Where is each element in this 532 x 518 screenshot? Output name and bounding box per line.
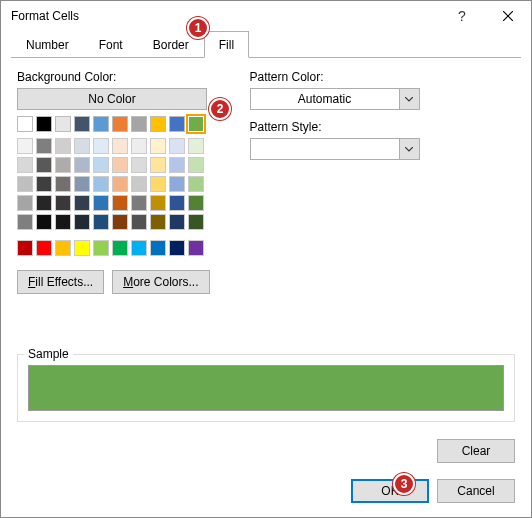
color-swatch[interactable] (188, 138, 204, 154)
chevron-down-icon[interactable] (399, 139, 419, 159)
color-swatch[interactable] (112, 138, 128, 154)
color-swatch[interactable] (36, 195, 52, 211)
tab-panel-fill: Background Color: No Color Fill Effects.… (1, 58, 531, 434)
help-button[interactable]: ? (439, 1, 485, 31)
dialog-title: Format Cells (11, 9, 439, 23)
color-swatch[interactable] (74, 116, 90, 132)
color-swatch[interactable] (169, 116, 185, 132)
color-swatch[interactable] (36, 240, 52, 256)
cancel-button[interactable]: Cancel (437, 479, 515, 503)
color-swatch[interactable] (74, 195, 90, 211)
color-swatch[interactable] (188, 214, 204, 230)
color-swatch[interactable] (112, 157, 128, 173)
no-color-button[interactable]: No Color (17, 88, 207, 110)
color-swatch[interactable] (131, 138, 147, 154)
color-swatch[interactable] (131, 214, 147, 230)
color-swatch[interactable] (169, 138, 185, 154)
pattern-style-combo[interactable] (250, 138, 420, 160)
color-swatch[interactable] (93, 157, 109, 173)
color-swatch[interactable] (17, 138, 33, 154)
color-swatch[interactable] (36, 138, 52, 154)
color-swatch[interactable] (169, 176, 185, 192)
color-swatch[interactable] (55, 116, 71, 132)
color-swatch[interactable] (55, 138, 71, 154)
tab-fill[interactable]: Fill (204, 31, 249, 58)
color-swatch[interactable] (131, 116, 147, 132)
sample-section: Sample (17, 354, 515, 422)
color-swatch[interactable] (74, 240, 90, 256)
close-button[interactable] (485, 1, 531, 31)
ok-button[interactable]: OK (351, 479, 429, 503)
pattern-color-label: Pattern Color: (250, 70, 516, 84)
tab-font[interactable]: Font (84, 31, 138, 57)
color-swatch[interactable] (55, 240, 71, 256)
color-swatch[interactable] (188, 195, 204, 211)
clear-button[interactable]: Clear (437, 439, 515, 463)
color-swatch[interactable] (112, 214, 128, 230)
color-swatch[interactable] (74, 176, 90, 192)
color-swatch[interactable] (17, 157, 33, 173)
color-swatch[interactable] (169, 157, 185, 173)
format-cells-dialog: Format Cells ? 1 Number Font Border Fill… (0, 0, 532, 518)
color-swatch[interactable] (74, 138, 90, 154)
color-swatch[interactable] (36, 214, 52, 230)
standard-color-row (17, 240, 210, 256)
color-swatch[interactable] (17, 116, 33, 132)
color-swatch[interactable] (131, 195, 147, 211)
titlebar: Format Cells ? (1, 1, 531, 31)
color-swatch[interactable] (112, 176, 128, 192)
pattern-color-combo[interactable]: Automatic (250, 88, 420, 110)
color-swatch[interactable] (150, 157, 166, 173)
pattern-style-label: Pattern Style: (250, 120, 516, 134)
color-swatch[interactable] (188, 240, 204, 256)
color-swatch[interactable] (169, 240, 185, 256)
color-swatch[interactable] (188, 116, 204, 132)
color-swatch[interactable] (150, 240, 166, 256)
color-swatch[interactable] (36, 157, 52, 173)
color-swatch[interactable] (93, 240, 109, 256)
color-swatch[interactable] (17, 195, 33, 211)
color-swatch[interactable] (55, 176, 71, 192)
color-swatch[interactable] (131, 176, 147, 192)
color-swatch[interactable] (74, 157, 90, 173)
theme-color-row (17, 116, 210, 132)
color-swatch[interactable] (17, 176, 33, 192)
color-swatch[interactable] (93, 138, 109, 154)
color-swatch[interactable] (55, 195, 71, 211)
tab-number[interactable]: Number (11, 31, 84, 57)
color-swatch[interactable] (55, 214, 71, 230)
color-swatch[interactable] (17, 214, 33, 230)
color-swatch[interactable] (150, 214, 166, 230)
color-swatch[interactable] (131, 240, 147, 256)
color-swatch[interactable] (112, 116, 128, 132)
sample-swatch (28, 365, 504, 411)
color-swatch[interactable] (93, 195, 109, 211)
color-swatch[interactable] (93, 116, 109, 132)
callout-2: 2 (209, 98, 231, 120)
color-swatch[interactable] (93, 214, 109, 230)
sample-label: Sample (24, 347, 73, 361)
color-swatch[interactable] (150, 195, 166, 211)
color-swatch[interactable] (150, 176, 166, 192)
callout-1: 1 (187, 17, 209, 39)
color-swatch[interactable] (150, 138, 166, 154)
color-swatch[interactable] (169, 195, 185, 211)
color-swatch[interactable] (169, 214, 185, 230)
color-swatch[interactable] (93, 176, 109, 192)
tab-strip: Number Font Border Fill (11, 31, 521, 58)
color-swatch[interactable] (188, 157, 204, 173)
color-swatch[interactable] (74, 214, 90, 230)
color-swatch[interactable] (112, 240, 128, 256)
color-swatch[interactable] (150, 116, 166, 132)
chevron-down-icon[interactable] (399, 89, 419, 109)
color-swatch[interactable] (112, 195, 128, 211)
more-colors-button[interactable]: More Colors... (112, 270, 209, 294)
color-swatch[interactable] (131, 157, 147, 173)
dialog-buttons: OK Cancel (351, 479, 515, 503)
fill-effects-button[interactable]: Fill Effects... (17, 270, 104, 294)
color-swatch[interactable] (188, 176, 204, 192)
color-swatch[interactable] (36, 176, 52, 192)
color-swatch[interactable] (17, 240, 33, 256)
color-swatch[interactable] (36, 116, 52, 132)
color-swatch[interactable] (55, 157, 71, 173)
